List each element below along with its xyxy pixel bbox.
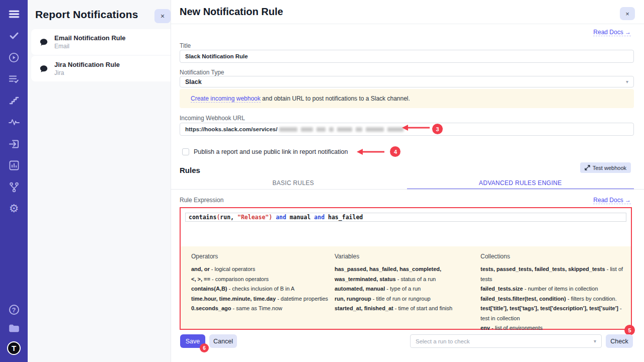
sign-in-icon[interactable]	[9, 138, 20, 149]
chat-bubble-icon	[39, 64, 48, 73]
item-title: Jira Notification Rule	[54, 61, 120, 68]
help-entry: and, or - logical operators	[191, 264, 336, 275]
notification-type-label: Notification Type	[180, 69, 224, 76]
help-entry: env - list of environments	[480, 323, 628, 333]
tabs-divider	[171, 189, 644, 190]
check-button[interactable]: Check	[606, 334, 633, 348]
tab-advanced-rules-engine[interactable]: ADVANCED RULES ENGINE	[407, 177, 634, 190]
help-entry: test['title'], test['tags'], test['descr…	[480, 304, 628, 323]
steps-icon[interactable]	[9, 95, 20, 106]
chevron-down-icon: ▾	[594, 338, 596, 344]
help-column-operators: Operatorsand, or - logical operators<, >…	[191, 253, 336, 314]
report-notifications-panel: Report Notifications × Email Notificatio…	[28, 0, 171, 362]
help-entry: failed_tests.filter(test, condition) - f…	[480, 294, 628, 304]
help-entry: 0.seconds_ago - same as Time.now	[191, 304, 336, 314]
notification-rule-list: Email Notification RuleEmailJira Notific…	[28, 29, 171, 82]
help-entry: contains(A,B) - checks inclusion of B in…	[191, 284, 336, 294]
annotation-badge-5: 5	[624, 325, 635, 335]
rule-expression-label: Rule Expression	[180, 197, 223, 204]
publish-report-row: Publish a report and use public link in …	[182, 146, 400, 157]
help-entry: has_passed, has_failed, has_completed, w…	[335, 264, 476, 284]
item-subtitle: Jira	[54, 69, 120, 76]
header-divider	[171, 24, 644, 24]
webhook-url-label: Incoming Webhook URL	[180, 115, 245, 122]
chat-bubble-icon	[39, 38, 48, 47]
note-text: and obtain URL to post notifications to …	[261, 95, 410, 102]
annotation-arrow-4	[356, 148, 385, 155]
help-entry: automated, manual - type of a run	[335, 284, 476, 294]
help-entry: time.hour, time.minute, time.day - datet…	[191, 294, 336, 304]
panel-title: Report Notifications	[35, 9, 138, 21]
app-sidebar: ⚙ ? T	[0, 0, 28, 362]
title-input[interactable]: Slack Notification Rule	[180, 50, 634, 63]
form-close-button[interactable]: ×	[620, 7, 635, 20]
help-column-collections: Collectionstests, passed_tests, failed_t…	[480, 253, 628, 333]
annotation-badge-4: 4	[390, 146, 400, 157]
bar-chart-icon[interactable]	[9, 160, 20, 171]
menu-icon[interactable]	[9, 9, 20, 20]
annotation-arrow-3	[401, 124, 431, 131]
annotation-badge-3: 3	[432, 124, 443, 134]
read-docs-link[interactable]: Read Docs →	[593, 29, 631, 36]
help-column-header: Variables	[335, 253, 476, 260]
read-docs-link-2[interactable]: Read Docs →	[593, 197, 631, 204]
close-icon: ×	[160, 12, 165, 20]
list-item[interactable]: Email Notification RuleEmail	[31, 29, 171, 55]
title-label: Title	[180, 42, 191, 49]
help-entry: tests, passed_tests, failed_tests, skipp…	[480, 264, 628, 284]
help-entry: started_at, finished_at - time of start …	[335, 304, 476, 314]
rule-expression-editor[interactable]: contains(run, "Release") and manual and …	[185, 213, 626, 222]
close-icon: ×	[625, 10, 629, 18]
new-notification-rule-form: New Notification Rule × Read Docs → Titl…	[171, 0, 644, 362]
rule-expression-annotated-box: contains(run, "Release") and manual and …	[180, 207, 632, 330]
help-entry: <, >, == - comparison operators	[191, 275, 336, 285]
page-title: New Notification Rule	[180, 6, 283, 18]
tab-basic-rules[interactable]: BASIC RULES	[180, 177, 407, 190]
pulse-icon[interactable]	[9, 117, 20, 128]
help-icon[interactable]: ?	[9, 304, 20, 315]
expression-help-panel: Operatorsand, or - logical operators<, >…	[181, 246, 631, 329]
help-column-header: Collections	[480, 253, 628, 260]
chevron-down-icon: ▾	[626, 79, 628, 84]
item-subtitle: Email	[54, 43, 126, 50]
publish-report-label: Publish a report and use public link in …	[194, 148, 348, 155]
play-circle-icon[interactable]	[9, 52, 20, 63]
branch-icon[interactable]	[9, 182, 20, 193]
run-select[interactable]: Select a run to check ▾	[410, 334, 602, 348]
list-item[interactable]: Jira Notification RuleJira	[31, 56, 171, 81]
check-icon[interactable]	[9, 30, 20, 41]
app-logo[interactable]: T	[7, 341, 21, 355]
notification-type-select[interactable]: Slack ▾	[180, 76, 634, 87]
redacted-token	[279, 127, 404, 132]
gear-icon[interactable]: ⚙	[9, 203, 20, 214]
list-check-icon[interactable]	[9, 73, 20, 84]
test-webhook-button[interactable]: Test webhook	[580, 162, 631, 173]
item-title: Email Notification Rule	[54, 34, 126, 42]
panel-close-button[interactable]: ×	[154, 9, 171, 23]
publish-report-checkbox[interactable]	[182, 148, 189, 155]
create-webhook-link[interactable]: Create incoming webhook	[191, 95, 261, 103]
help-column-variables: Variableshas_passed, has_failed, has_com…	[335, 253, 476, 314]
cancel-button[interactable]: Cancel	[209, 334, 237, 348]
annotation-badge-6: 6	[200, 343, 209, 352]
rules-tabs: BASIC RULESADVANCED RULES ENGINE	[180, 177, 634, 190]
help-column-header: Operators	[191, 253, 336, 260]
slack-webhook-note: Create incoming webhook and obtain URL t…	[180, 89, 634, 108]
webhook-arrows-icon	[585, 165, 590, 170]
rules-heading: Rules	[180, 166, 200, 174]
folder-icon[interactable]	[9, 323, 20, 334]
help-entry: failed_tests.size - number of items in c…	[480, 284, 628, 294]
help-entry: run, rungroup - title of run or rungroup	[335, 294, 476, 304]
